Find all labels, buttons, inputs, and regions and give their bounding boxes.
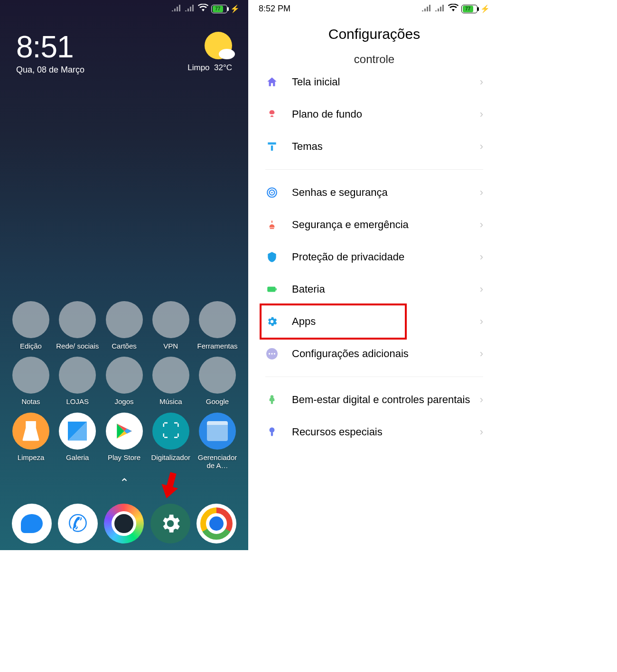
svg-rect-11	[271, 432, 273, 436]
chevron-right-icon: ›	[480, 186, 483, 199]
folder-lojas[interactable]: LOJAS	[55, 357, 100, 405]
svg-point-2	[271, 192, 272, 193]
chevron-right-icon: ›	[480, 76, 483, 88]
app-label: Gerenciador de A…	[195, 453, 240, 470]
page-title: Configurações	[250, 16, 498, 55]
status-bar-right: 8:52 PM 77 ⚡	[250, 0, 498, 16]
folder-label: Edição	[9, 342, 53, 350]
clock-time: 8:51	[16, 32, 84, 62]
settings-row-label: Tela inicial	[292, 75, 480, 89]
folder-rede-sociais[interactable]: Rede/ sociais	[55, 301, 100, 350]
divider	[265, 169, 483, 170]
signal-icon	[435, 4, 445, 14]
app-digitalizador[interactable]: Digitalizador	[149, 413, 193, 470]
themes-icon	[265, 140, 279, 153]
folder-edi-o[interactable]: Edição	[9, 301, 53, 350]
settings-row-label: Proteção de privacidade	[292, 250, 480, 264]
app-playstore[interactable]: Play Store	[102, 413, 147, 470]
privacy-icon	[265, 250, 279, 264]
chevron-right-icon: ›	[480, 283, 483, 295]
weather-widget[interactable]: Limpo 32°C	[187, 32, 232, 73]
settings-row-label: Recursos especiais	[292, 425, 480, 439]
svg-point-7	[271, 353, 272, 354]
app-gerenciador[interactable]: Gerenciador de A…	[195, 413, 240, 470]
folder-cart-es[interactable]: Cartões	[102, 301, 147, 350]
settings-row-label: Configurações adicionais	[292, 347, 480, 360]
apps-icon	[265, 315, 279, 328]
settings-row-tela-inicial[interactable]: Tela inicial›	[262, 66, 487, 98]
home-icon	[265, 75, 279, 89]
folder-label: Cartões	[102, 342, 147, 350]
dock-phone[interactable]	[58, 504, 98, 543]
settings-row-plano-de-fundo[interactable]: Plano de fundo›	[262, 98, 487, 130]
folder-label: VPN	[149, 342, 193, 350]
signal-icon	[185, 4, 195, 14]
settings-row-label: Bateria	[292, 283, 480, 296]
settings-row-recursos-especiais[interactable]: Recursos especiais›	[262, 416, 487, 448]
folder-ferramentas[interactable]: Ferramentas	[195, 301, 240, 350]
weather-sun-icon	[205, 32, 232, 59]
settings-row-label: Plano de fundo	[292, 108, 480, 121]
settings-row-seguran-a-e-emerg-ncia[interactable]: Segurança e emergência›	[262, 209, 487, 241]
settings-row-label: Bem-estar digital e controles parentais	[292, 393, 480, 406]
folder-label: Jogos	[102, 397, 147, 405]
battery-icon	[265, 283, 279, 296]
chevron-right-icon: ›	[480, 251, 483, 263]
svg-point-6	[269, 353, 270, 354]
clock-widget[interactable]: 8:51 Qua, 08 de Março	[16, 32, 84, 75]
folder-label: Ferramentas	[195, 342, 240, 350]
chevron-right-icon: ›	[480, 348, 483, 360]
folder-google[interactable]: Google	[195, 357, 240, 405]
app-label: Limpeza	[9, 453, 53, 461]
settings-row-label: Senhas e segurança	[292, 186, 480, 199]
settings-row-apps[interactable]: Apps›	[262, 305, 487, 338]
wifi-icon	[198, 4, 208, 14]
chevron-right-icon: ›	[480, 394, 483, 406]
folder-label: Notas	[9, 397, 53, 405]
special-icon	[265, 425, 279, 439]
settings-row-label: Apps	[292, 315, 480, 328]
settings-row-label: Temas	[292, 140, 480, 153]
page-indicator-up-icon[interactable]: ⌃	[9, 476, 240, 489]
app-label: Galeria	[55, 453, 100, 461]
settings-row-configura-es-adicionais[interactable]: Configurações adicionais›	[262, 338, 487, 370]
folder-label: LOJAS	[55, 397, 100, 405]
app-limpeza[interactable]: Limpeza	[9, 413, 53, 470]
folder-label: Google	[195, 397, 240, 405]
svg-point-8	[274, 353, 275, 354]
svg-point-10	[270, 427, 275, 433]
settings-row-senhas-e-seguran-a[interactable]: Senhas e segurança›	[262, 176, 487, 209]
chevron-right-icon: ›	[480, 426, 483, 438]
wellbeing-icon	[265, 393, 279, 406]
folder-vpn[interactable]: VPN	[149, 301, 193, 350]
charging-icon: ⚡	[230, 4, 240, 13]
chevron-right-icon: ›	[480, 219, 483, 231]
dock-messages[interactable]	[12, 504, 52, 543]
emergency-icon	[265, 218, 279, 231]
signal-icon	[171, 4, 182, 14]
battery-icon: 77	[211, 5, 227, 13]
folder-notas[interactable]: Notas	[9, 357, 53, 405]
clock-date: Qua, 08 de Março	[16, 65, 84, 75]
home-screen: 77 ⚡ 8:51 Qua, 08 de Março Limpo 32°C Ed…	[0, 0, 248, 550]
dock-settings[interactable]	[150, 504, 190, 543]
settings-row-temas[interactable]: Temas›	[262, 130, 487, 163]
fingerprint-icon	[265, 186, 279, 199]
chevron-right-icon: ›	[480, 140, 483, 153]
settings-row-bem-estar-digital-e-controles-parentais[interactable]: Bem-estar digital e controles parentais›	[262, 384, 487, 416]
folder-m-sica[interactable]: Música	[149, 357, 193, 405]
folder-label: Rede/ sociais	[55, 342, 100, 350]
settings-row-prote-o-de-privacidade[interactable]: Proteção de privacidade›	[262, 241, 487, 273]
wifi-icon	[448, 4, 458, 14]
settings-row-bateria[interactable]: Bateria›	[262, 273, 487, 305]
settings-screen: 8:52 PM 77 ⚡ Configurações controle Tela…	[250, 0, 498, 550]
app-galeria[interactable]: Galeria	[55, 413, 100, 470]
chevron-right-icon: ›	[480, 315, 483, 328]
chevron-right-icon: ›	[480, 108, 483, 120]
dock-chrome[interactable]	[196, 504, 236, 543]
status-time: 8:52 PM	[259, 4, 290, 14]
svg-rect-4	[276, 288, 277, 290]
dock-camera[interactable]	[104, 504, 144, 543]
folder-jogos[interactable]: Jogos	[102, 357, 147, 405]
divider	[265, 377, 483, 377]
